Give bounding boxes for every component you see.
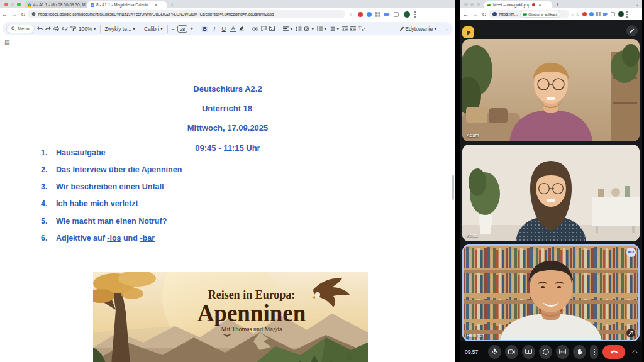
line-spacing-button[interactable] bbox=[296, 26, 302, 31]
extension-icon-blue[interactable] bbox=[367, 12, 372, 17]
extensions-puzzle-icon[interactable] bbox=[611, 12, 615, 16]
increase-indent-button[interactable] bbox=[350, 26, 356, 31]
docs-browser-window: 4 - A1.1 - Mo 08:00-09:30, M... ✕ 8 - A1… bbox=[0, 0, 455, 362]
close-window-button[interactable] bbox=[4, 3, 8, 6]
tab-meet[interactable]: Meet – oxv-gnkf-ynp ✕ bbox=[484, 1, 552, 8]
highlight-color-button[interactable] bbox=[239, 26, 244, 31]
clear-formatting-button[interactable]: T bbox=[358, 26, 365, 31]
bulleted-list-button[interactable]: ▼ bbox=[317, 26, 327, 31]
extension-icon-red[interactable] bbox=[358, 12, 363, 17]
minimize-window-button[interactable] bbox=[11, 3, 14, 6]
extension-icon-red[interactable] bbox=[582, 12, 587, 16]
browser-menu-icon[interactable] bbox=[626, 11, 628, 18]
menu-search-button[interactable]: Menu bbox=[6, 25, 35, 33]
participant-tile[interactable]: Adam bbox=[462, 39, 640, 141]
window-controls[interactable] bbox=[4, 3, 21, 6]
reload-button[interactable]: ↻ bbox=[21, 11, 26, 18]
profile-avatar[interactable] bbox=[618, 11, 624, 17]
window-controls[interactable] bbox=[464, 3, 480, 6]
document-outline-icon[interactable]: ▤ bbox=[4, 39, 10, 45]
extension-grid-icon[interactable] bbox=[596, 12, 601, 16]
new-tab-button[interactable]: + bbox=[170, 1, 174, 8]
font-select[interactable]: Calibri▼ bbox=[144, 26, 164, 32]
back-button[interactable]: ← bbox=[2, 11, 8, 18]
insert-image-button[interactable] bbox=[269, 26, 275, 31]
bookmark-star-icon[interactable]: ☆ bbox=[575, 12, 579, 17]
decrease-font-button[interactable]: − bbox=[172, 26, 175, 32]
zoom-select[interactable]: 100%▼ bbox=[79, 26, 97, 32]
present-screen-button[interactable] bbox=[522, 345, 535, 359]
redo-button[interactable] bbox=[45, 26, 51, 31]
styles-select[interactable]: Zwykły te...▼ bbox=[104, 26, 135, 32]
decrease-indent-button[interactable] bbox=[342, 26, 348, 31]
extension-tag-icon[interactable] bbox=[384, 12, 390, 17]
print-button[interactable] bbox=[53, 26, 59, 31]
forward-button[interactable]: → bbox=[11, 11, 17, 18]
url-bar[interactable]: https://m... Otwórz w aplikacji bbox=[489, 10, 569, 18]
extensions-puzzle-icon[interactable] bbox=[394, 12, 399, 17]
camera-button[interactable] bbox=[505, 345, 518, 359]
participant-tile[interactable]: Anna bbox=[462, 145, 640, 241]
search-icon[interactable]: ⌕ bbox=[572, 12, 574, 17]
chevron-up-icon[interactable] bbox=[632, 349, 638, 356]
align-button[interactable]: ▼ bbox=[283, 26, 293, 31]
url-bar[interactable]: https://docs.google.com/document/d/1kiks… bbox=[28, 10, 345, 18]
browser-menu-icon[interactable] bbox=[414, 11, 416, 18]
tile-options-button[interactable]: ••• bbox=[626, 248, 636, 257]
tab-search-chevron-icon[interactable]: ⌄ bbox=[636, 2, 639, 6]
close-tab-icon[interactable]: ✕ bbox=[538, 3, 541, 7]
extension-grid-icon[interactable] bbox=[375, 12, 380, 17]
insert-link-button[interactable] bbox=[252, 27, 258, 31]
text-color-button[interactable]: A bbox=[230, 25, 236, 32]
profile-avatar[interactable] bbox=[404, 11, 410, 18]
fullscreen-button[interactable] bbox=[626, 329, 635, 337]
hide-menus-button[interactable]: ⌄ bbox=[445, 26, 449, 31]
more-options-button[interactable] bbox=[590, 345, 598, 359]
paint-format-button[interactable] bbox=[70, 26, 76, 31]
participant-tile-active[interactable]: Heinrich ••• bbox=[462, 244, 640, 341]
end-call-button[interactable] bbox=[602, 345, 625, 359]
underline-button[interactable]: U bbox=[220, 26, 227, 32]
bold-button[interactable]: B bbox=[201, 26, 208, 32]
undo-button[interactable] bbox=[37, 26, 43, 31]
zoom-window-button[interactable] bbox=[17, 3, 21, 6]
captions-button[interactable] bbox=[556, 345, 569, 359]
italic-button[interactable]: I bbox=[211, 26, 218, 32]
increase-font-button[interactable]: + bbox=[190, 26, 193, 32]
zoom-window-button[interactable] bbox=[477, 3, 480, 6]
site-info-icon[interactable] bbox=[492, 12, 497, 16]
tab-media-indicator bbox=[532, 3, 535, 6]
checklist-button[interactable]: ▼ bbox=[304, 26, 314, 31]
scrollbar-thumb[interactable] bbox=[452, 175, 454, 200]
expand-arrow-icon bbox=[628, 331, 633, 336]
back-button[interactable]: ← bbox=[463, 11, 469, 18]
raise-hand-button[interactable] bbox=[573, 345, 586, 359]
extension-tag-icon[interactable] bbox=[603, 12, 608, 16]
editing-mode-select[interactable]: Edytowanie▼ bbox=[399, 26, 437, 32]
bookmark-star-icon[interactable]: ☆ bbox=[349, 11, 353, 17]
forward-button[interactable]: → bbox=[472, 11, 478, 18]
extension-icon-blue[interactable] bbox=[589, 12, 594, 16]
minimize-window-button[interactable] bbox=[470, 3, 474, 6]
chevron-down-icon: ▼ bbox=[336, 27, 340, 31]
tab-drive-doc[interactable]: 4 - A1.1 - Mo 08:00-09:30, M... ✕ bbox=[25, 1, 87, 8]
site-info-icon[interactable] bbox=[31, 12, 36, 16]
raise-hand-icon bbox=[577, 349, 582, 355]
annotate-button[interactable] bbox=[626, 25, 638, 36]
doc-heading: Mittwoch, 17.09.2025 bbox=[0, 123, 455, 133]
font-size-input[interactable]: 28 bbox=[177, 25, 187, 33]
numbered-list-button[interactable]: 12▼ bbox=[330, 26, 340, 31]
banner-image[interactable]: Reisen in Europa: Apenninen Mit Thomas u… bbox=[93, 272, 368, 362]
microphone-button[interactable] bbox=[488, 345, 501, 359]
close-window-button[interactable] bbox=[464, 3, 468, 6]
new-tab-button[interactable]: + bbox=[556, 1, 559, 8]
open-in-app-chip[interactable]: Otwórz w aplikacji bbox=[520, 11, 560, 18]
spellcheck-button[interactable]: A bbox=[62, 26, 68, 31]
tab-active-doc[interactable]: 8 - A1.1 - Magdalena Dziado... ✕ bbox=[87, 1, 167, 8]
reload-button[interactable]: ↻ bbox=[482, 11, 487, 18]
add-comment-button[interactable] bbox=[261, 26, 267, 31]
notification-badge[interactable] bbox=[462, 26, 474, 38]
document-canvas[interactable]: ▤ Deutschkurs A2.2 Unterricht 18 Mittwoc… bbox=[0, 35, 455, 362]
reactions-button[interactable] bbox=[539, 345, 552, 359]
close-tab-icon[interactable]: ✕ bbox=[155, 3, 158, 7]
